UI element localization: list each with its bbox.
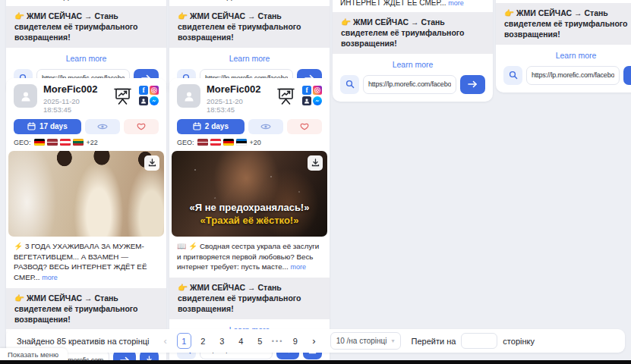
geo-label: GEO:: [14, 139, 31, 146]
open-url-button[interactable]: [460, 75, 485, 94]
page-button-2[interactable]: 2: [196, 333, 210, 349]
landing-url-input[interactable]: [526, 66, 620, 85]
geo-flags: [197, 139, 247, 146]
prev-page-button[interactable]: ‹: [162, 336, 169, 346]
creative-actions: 17 days: [14, 119, 159, 134]
creative-icons: f: [113, 84, 159, 105]
show-menu-button[interactable]: Показать меню: [0, 348, 68, 360]
views-button[interactable]: [85, 119, 120, 134]
favorite-button[interactable]: [287, 119, 322, 134]
download-image-button[interactable]: [308, 155, 323, 171]
messenger-icon: [313, 96, 322, 105]
creative-card: MoreFic002 2025-11-20 18:53:45 f 2: [169, 78, 330, 364]
placement-icons: f: [139, 86, 159, 105]
results-count-text: Знайдено 85 креативів на сторінці: [17, 337, 150, 346]
days-label: 2 days: [205, 122, 229, 130]
creative-timestamp: 2025-11-20 18:53:45: [43, 97, 107, 114]
search-button[interactable]: [340, 75, 359, 94]
open-url-button[interactable]: [623, 66, 631, 85]
views-button[interactable]: [248, 119, 283, 134]
creative-card-partial: ИНТЕРНЕТ ЖДЁТ ЕЁ СМЕР... more 👉 ЖМИ СЕЙЧ…: [496, 0, 631, 93]
goto-page-group: Перейти на сторінку: [412, 333, 535, 349]
ad-headline: 👉 ЖМИ СЕЙЧАС → Стань свидетелем её триум…: [333, 12, 493, 54]
ad-headline: 👉 ЖМИ СЕЙЧАС → Стань свидетелем её триум…: [496, 3, 631, 45]
creative-text: ИНТЕРНЕТ ЖДЁТ ЕЁ СМЕР...: [340, 0, 448, 7]
column-1: ИНТЕРНЕТ ЖДЁТ ЕЁ СМЕР... more 👉 ЖМИ СЕЙЧ…: [6, 0, 166, 364]
facebook-icon: f: [302, 86, 311, 95]
column-4: ИНТЕРНЕТ ЖДЁТ ЕЁ СМЕР... more 👉 ЖМИ СЕЙЧ…: [496, 0, 631, 364]
image-overlay-text: «Я не предохранялась!» «Трахай её жёстко…: [172, 202, 327, 228]
audience-network-icon: [139, 96, 148, 105]
flag-at-icon: [60, 139, 71, 146]
download-image-button[interactable]: [144, 155, 159, 171]
advertiser-info: MoreFic002 2025-11-20 18:53:45: [43, 84, 107, 114]
url-row: [503, 66, 631, 85]
flag-lv-icon: [47, 139, 58, 146]
pages-ellipsis[interactable]: •••: [272, 337, 283, 345]
creative-image[interactable]: «Я не предохранялась!» «Трахай её жёстко…: [172, 151, 327, 237]
ad-headline: 👉 ЖМИ СЕЙЧАС → Стань свидетелем её триум…: [6, 288, 166, 330]
heart-icon: [300, 122, 309, 130]
eye-icon: [260, 123, 271, 130]
favorite-button[interactable]: [124, 119, 159, 134]
more-link[interactable]: more: [121, 0, 137, 1]
creatives-spy-page: ИНТЕРНЕТ ЖДЁТ ЕЁ СМЕР... more 👉 ЖМИ СЕЙЧ…: [0, 0, 631, 364]
creative-icons: f: [276, 84, 322, 105]
ad-headline: 👉 ЖМИ СЕЙЧАС → Стань свидетелем её триум…: [169, 278, 330, 319]
calendar-icon: [27, 122, 36, 130]
next-page-button[interactable]: ›: [310, 336, 317, 346]
page-button-3[interactable]: 3: [215, 333, 229, 349]
flag-ee-icon: [236, 139, 247, 146]
learn-more-link[interactable]: Learn more: [340, 60, 485, 69]
learn-more-link[interactable]: Learn more: [177, 54, 322, 63]
instagram-icon: [150, 86, 159, 95]
column-3: ИНТЕРНЕТ ЖДЁТ ЕЁ СМЕР... more 👉 ЖМИ СЕЙЧ…: [333, 0, 493, 364]
audience-network-icon: [302, 96, 311, 105]
geo-flags: [34, 139, 84, 146]
page-button-4[interactable]: 4: [234, 333, 248, 349]
avatar: [177, 84, 200, 108]
landing-url-input[interactable]: [363, 75, 456, 94]
overlay-line-1: «Я не предохранялась!»: [172, 202, 327, 215]
learn-more-link[interactable]: Learn more: [503, 51, 631, 60]
pagination-bar: Знайдено 85 креативів на сторінці ‹ 1 2 …: [6, 329, 625, 353]
creative-card: MoreFic002 2025-11-20 18:53:45 f 17: [6, 78, 166, 364]
placement-icons: f: [302, 86, 322, 105]
flag-de-icon: [223, 139, 234, 146]
advertiser-profile: MoreFic002 2025-11-20 18:53:45 f: [14, 84, 159, 114]
analytics-board-icon[interactable]: [276, 87, 295, 105]
page-button-5[interactable]: 5: [253, 333, 267, 349]
page-numbers: 1 2 3 4 5 ••• 9: [177, 333, 302, 349]
page-size-select[interactable]: 10 /на сторінці ▾: [330, 332, 401, 350]
ad-headline: 👉 ЖМИ СЕЙЧАС → Стань свидетелем её триум…: [169, 6, 330, 48]
analytics-board-icon[interactable]: [113, 87, 132, 105]
eye-icon: [97, 123, 108, 130]
creative-image[interactable]: [8, 151, 164, 237]
creative-text-block: ⚡ 3 ГОДА УХАЖИВАЛА ЗА МУЖЕМ-ВЕГЕТАТИВЦЕМ…: [14, 241, 159, 283]
more-link[interactable]: more: [42, 274, 58, 281]
more-link[interactable]: more: [285, 0, 301, 1]
page-button-1[interactable]: 1: [177, 333, 191, 349]
calendar-icon: [193, 122, 201, 130]
chevron-down-icon: ▾: [391, 337, 394, 344]
days-label: 17 days: [39, 122, 68, 130]
search-button[interactable]: [503, 66, 522, 85]
heart-icon: [137, 122, 146, 130]
advertiser-name[interactable]: MoreFic002: [207, 84, 270, 96]
days-running-button[interactable]: 2 days: [177, 119, 245, 134]
goto-label: Перейти на: [412, 337, 456, 346]
more-link[interactable]: more: [291, 263, 307, 271]
more-link[interactable]: more: [448, 0, 464, 7]
ad-headline: 👉 ЖМИ СЕЙЧАС → Стань свидетелем её триум…: [6, 6, 166, 48]
advertiser-name[interactable]: MoreFic002: [43, 84, 107, 96]
search-icon: [509, 71, 518, 80]
goto-page-input[interactable]: [461, 333, 497, 349]
flag-de-icon: [34, 139, 45, 146]
page-button-last[interactable]: 9: [288, 333, 302, 349]
geo-more-count: +20: [250, 139, 261, 146]
learn-more-link[interactable]: Learn more: [14, 54, 159, 63]
creative-text: ИНТЕРНЕТ ЖДЁТ ЕЁ СМЕР...: [177, 0, 285, 1]
days-running-button[interactable]: 17 days: [14, 119, 81, 134]
flag-lv-icon: [197, 139, 208, 146]
advertiser-info: MoreFic002 2025-11-20 18:53:45: [207, 84, 270, 114]
